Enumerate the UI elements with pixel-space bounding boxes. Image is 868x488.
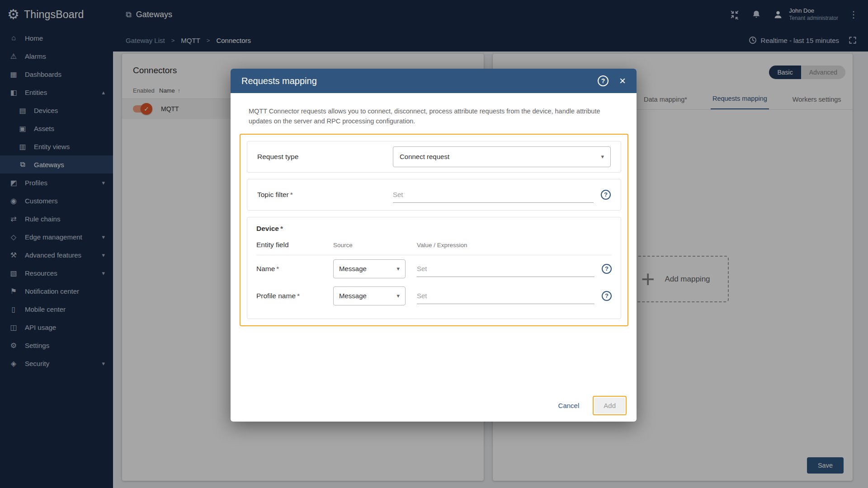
- device-table-header: Entity field Source Value / Expression: [256, 235, 612, 255]
- cancel-button[interactable]: Cancel: [554, 398, 584, 413]
- name-source-select[interactable]: Message ▾: [333, 259, 406, 278]
- column-source: Source: [333, 242, 417, 249]
- request-type-select[interactable]: Connect request ▾: [393, 146, 611, 167]
- help-icon[interactable]: ?: [598, 75, 609, 86]
- profile-name-row: Profile name* Message ▾ ?: [256, 282, 612, 310]
- profile-name-value-input[interactable]: [417, 288, 594, 304]
- thingsboard-app: ⚙ ThingsBoard ⌂ Home ⚠ Alarms ▦ Dashboar…: [0, 0, 868, 488]
- chevron-down-icon: ▾: [396, 265, 400, 272]
- required-mark: *: [276, 265, 279, 272]
- profile-name-help-icon[interactable]: ?: [602, 291, 612, 301]
- dialog-footer: Cancel Add: [554, 396, 627, 415]
- column-entity-field: Entity field: [256, 241, 333, 249]
- profile-name-field-label: Profile name*: [256, 292, 333, 300]
- required-mark: *: [280, 225, 283, 232]
- request-type-label: Request type: [257, 153, 393, 161]
- profile-name-source-select[interactable]: Message ▾: [333, 286, 406, 305]
- topic-filter-help-icon[interactable]: ?: [601, 190, 611, 200]
- required-mark: *: [290, 191, 293, 198]
- request-type-row: Request type Connect request ▾: [247, 141, 621, 173]
- dialog-hint-text: MQTT Connector requests allows you to co…: [249, 107, 618, 127]
- chevron-down-icon: ▾: [601, 153, 604, 160]
- dialog-header: Requests mapping ? ×: [231, 69, 637, 93]
- device-name-row: Name* Message ▾ ?: [256, 255, 612, 282]
- add-button[interactable]: Add: [594, 398, 625, 413]
- chevron-down-icon: ▾: [396, 292, 400, 299]
- device-section: Device* Entity field Source Value / Expr…: [247, 217, 621, 319]
- device-section-label: Device*: [256, 225, 612, 233]
- highlighted-form-section: Request type Connect request ▾ Topic fil…: [240, 134, 628, 326]
- topic-filter-label: Topic filter*: [257, 191, 393, 199]
- topic-filter-row: Topic filter* ?: [247, 179, 621, 211]
- column-value-expression: Value / Expression: [417, 242, 467, 249]
- required-mark: *: [297, 292, 300, 300]
- name-field-label: Name*: [256, 265, 333, 273]
- close-icon[interactable]: ×: [619, 75, 626, 86]
- add-button-highlight: Add: [593, 396, 627, 415]
- dialog-title: Requests mapping: [241, 76, 317, 86]
- requests-mapping-dialog: Requests mapping ? × MQTT Connector requ…: [231, 69, 637, 422]
- name-value-input[interactable]: [417, 261, 594, 277]
- name-help-icon[interactable]: ?: [602, 264, 612, 274]
- topic-filter-input[interactable]: [393, 187, 594, 203]
